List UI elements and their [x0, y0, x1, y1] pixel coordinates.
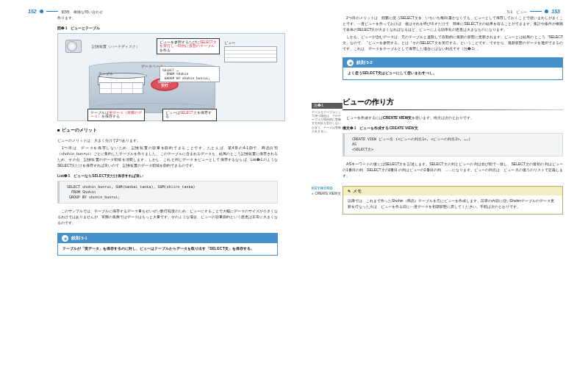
para-merit-3: このサンプルでは、テーブルに保存するデータ量もせいぜい数行程度のため、ビューにす… [57, 208, 278, 226]
keyword-sidebar: KEYWORD CREATE VIEW文 [312, 185, 341, 196]
figure-view-grid: ビュー [224, 40, 277, 62]
page-number-right: 153 [551, 7, 560, 15]
sidebar-note-head: 注❶-1 [312, 103, 343, 109]
figure-caption: 図❶-1 ビューとテーブル [57, 25, 278, 31]
memo-box: ✎ メモ 以降では、これまで作ったShohin（商品）テーブルを元にビューを作成… [343, 186, 563, 215]
figure-note-top: ビューを参照するたびにSELECT文を実行し一時的に仮想のテーブルを作る [157, 38, 220, 54]
figure-note-bottom-left: テーブルは実データ（実際のデータ）を保存する [87, 109, 145, 121]
code-syntax-1: CREATE VIEW ビュー名 (<ビューの列名1>, <ビューの列名2>, … [343, 133, 563, 156]
para-merit-1: ビューのメリットは、大きく分けて2つあります。 [57, 137, 278, 143]
figure-code-bubble: SELECT … FROM Shohin GROUP BY shohin_bun… [159, 66, 220, 82]
rule-body-5-1: テーブルが「実データ」を保存するのに対し、ビューはテーブルからデータを取り出す「… [58, 243, 277, 255]
hdd-label: 記憶装置（ハードディスク） [92, 43, 140, 49]
flag-icon: ✻ [62, 235, 68, 242]
para-r2: しかも、ビューが含むデータは、元のテーブルと連動して自動的に最新の状態に更新され… [343, 34, 563, 51]
page-number-left: 152 [28, 7, 37, 15]
chapter-label: 第5章 複雑な問い合わせ [61, 9, 104, 15]
keyword-label: KEYWORD [312, 185, 341, 191]
section-underline [343, 109, 563, 110]
intro-tail: 作ります。 [57, 15, 278, 21]
rule-head-5-2: ✻ 鉄則 5-2 [343, 58, 562, 68]
dot-icon [545, 10, 548, 13]
right-body: 2つ目のメリットは、頻繁に使うSELECT文を、いちいち毎回書かなくても、ビュー… [343, 15, 563, 215]
header-right: 5-1 ビュー 153 [507, 7, 563, 15]
para-merit-2: 1つ目は、データを保存しないため、記憶装置の容量を節約できることです。たとえば、… [57, 145, 278, 168]
figure-note-bottom-right: ビューはSELECT文を保存する [162, 109, 217, 121]
dot-icon [40, 10, 43, 13]
para-r1: 2つ目のメリットは、頻繁に使うSELECT文を、いちいち毎回書かなくても、ビュー… [343, 15, 563, 32]
sidebar-note-body: データをテーブルとして持つ場合は、そのテーブルを明示的に更新するSQLを実行しな… [312, 110, 343, 133]
rule-body-5-2: よく使うSELECT文はビューにして使いまわすべし。 [343, 68, 562, 79]
header-rule [530, 11, 542, 12]
section-label: 5-1 ビュー [507, 9, 527, 15]
page-left: 152 第5章 複雑な問い合わせ 作ります。 図❶-1 ビューとテーブル 記憶装… [0, 0, 294, 371]
pencil-icon: ✎ [348, 188, 351, 194]
page-right: 5-1 ビュー 153 注❶-1 データをテーブルとして持つ場合は、そのテーブル… [294, 0, 588, 371]
figure-view-table: 記憶装置（ハードディスク） ビューを参照するたびにSELECT文を実行し一時的に… [57, 33, 285, 121]
rule-box-5-2: ✻ 鉄則 5-2 よく使うSELECT文はビューにして使いまわすべし。 [343, 57, 563, 80]
memo-head: ✎ メモ [343, 186, 562, 196]
book-spread: 152 第5章 複雑な問い合わせ 作ります。 図❶-1 ビューとテーブル 記憶装… [0, 0, 588, 371]
para-r4: ASキーワードの後にはSELECT文を記述します。SELECT文の列とビューの列… [343, 161, 563, 179]
section-title-create-view: ビューの作り方 [343, 90, 563, 108]
flag-icon: ✻ [347, 60, 354, 66]
memo-body: 以降では、これまで作ったShohin（商品）テーブルを元にビューを作成します。前… [343, 195, 562, 214]
syntax-caption: 構文❶-1 ビューを作成するCREATE VIEW文 [343, 125, 563, 131]
left-body: 作ります。 図❶-1 ビューとテーブル 記憶装置（ハードディスク） ビューを参照… [57, 15, 278, 256]
list-caption-1: List❶-1 ビューならSELECT文だけ保存すれば良い [57, 173, 278, 179]
code-list-1: SELECT shohin_bunrui, SUM(hanbai_tanka),… [57, 181, 278, 204]
rule-box-5-1: ✻ 鉄則 5-1 テーブルが「実データ」を保存するのに対し、ビューはテーブルから… [57, 233, 278, 256]
section-heading-merit: ビューのメリット [57, 127, 278, 134]
header-left: 152 第5章 複雑な問い合わせ [25, 7, 103, 15]
keyword-item: CREATE VIEW文 [312, 191, 341, 196]
hdd-icon [65, 40, 89, 54]
sidebar-note: 注❶-1 データをテーブルとして持つ場合は、そのテーブルを明示的に更新するSQL… [312, 103, 343, 133]
para-r3: ビューを作成するにはCREATE VIEW文を使います。構文は次のとおりです。 [343, 115, 563, 120]
rule-head-5-1: ✻ 鉄則 5-1 [58, 234, 277, 243]
header-rule [46, 11, 58, 12]
